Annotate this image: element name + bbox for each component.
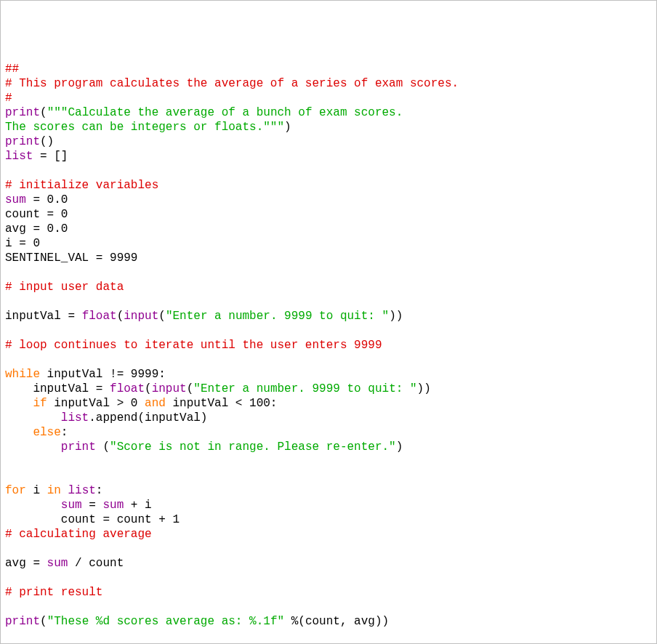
code-line: print() [5,134,652,149]
token-builtin: sum [5,193,26,206]
code-line [5,571,652,585]
token-builtin: sum [47,557,68,570]
token-black: + i [124,499,151,512]
token-comment: # print result [5,586,102,599]
code-line [5,323,652,338]
token-comment: # This program calculates the average of… [5,77,459,90]
code-line: print("""Calculate the average of a bunc… [5,105,652,120]
token-string: "Enter a number. 9999 to quit: " [166,310,389,323]
token-comment: ## [5,63,19,76]
token-black: inputVal < 100: [166,397,278,410]
token-black: SENTINEL_VAL = 9999 [5,251,137,265]
code-line [5,294,652,309]
token-builtin: input [124,310,158,323]
token-black: ( [158,310,166,323]
code-line: else: [5,425,652,440]
token-builtin: list [5,150,33,163]
indent [5,382,33,395]
code-line: # calculating average [5,527,652,542]
token-keyword: while [5,368,40,381]
code-line: # print result [5,585,652,600]
token-black: .append(inputVal) [89,411,207,424]
token-black: avg = [5,557,47,570]
token-string: """Calculate the average of a bunch of e… [47,106,403,119]
token-black: = [] [33,150,68,163]
code-line: count = 0 [5,207,652,222]
token-builtin: list [61,411,89,424]
code-line: sum = 0.0 [5,193,652,207]
code-line [5,542,652,556]
code-line [5,454,652,469]
code-line: The scores can be integers or floats."""… [5,120,652,134]
token-builtin: print [61,440,96,454]
token-black: = [82,499,103,512]
token-black: inputVal = [5,310,82,323]
code-editor: ### This program calculates the average … [5,62,652,629]
token-black: count = 0 [5,208,68,221]
code-line: sum = sum + i [5,498,652,512]
indent [5,499,61,512]
token-builtin: input [152,382,187,395]
code-line: # This program calculates the average of… [5,76,652,91]
token-builtin: sum [102,499,124,512]
token-black: / count [68,557,124,570]
code-line [5,265,652,280]
code-line: # [5,91,652,105]
indent [5,440,61,454]
token-black: inputVal > 0 [47,397,145,410]
token-black: ) [284,121,291,134]
token-black: ( [40,106,47,119]
token-builtin: print [5,106,40,119]
token-keyword: for [5,484,26,497]
token-black: ( [117,310,124,323]
token-black: count = count + 1 [61,513,180,526]
token-black: ( [40,615,47,628]
token-comment: # input user data [5,281,124,294]
code-line: count = count + 1 [5,512,652,527]
token-black: ) [396,440,403,454]
token-black: )) [417,382,431,395]
indent [5,397,33,410]
token-black: ( [187,382,194,395]
token-builtin: list [68,484,95,497]
code-line: print("These %d scores average as: %.1f"… [5,614,652,629]
code-line: # input user data [5,280,652,294]
token-string: "Enter a number. 9999 to quit: " [193,382,416,395]
code-line: avg = 0.0 [5,222,652,236]
token-comment: # calculating average [5,528,152,541]
code-line: for i in list: [5,483,652,498]
code-line: # loop continues to iterate until the us… [5,338,652,353]
code-line: print ("Score is not in range. Please re… [5,440,652,454]
code-line: SENTINEL_VAL = 9999 [5,251,652,265]
token-string: "These %d scores average as: %.1f" [47,615,284,628]
token-keyword: in [47,484,61,497]
token-keyword: else [33,426,60,439]
token-black: inputVal != 9999: [40,368,166,381]
token-black: inputVal = [33,382,110,395]
token-keyword: and [145,397,166,410]
token-black: ( [96,440,110,454]
token-comment: # initialize variables [5,179,158,192]
indent [5,513,61,526]
code-line [5,600,652,614]
token-string: "Score is not in range. Please re-enter.… [110,440,396,454]
token-black: () [40,135,54,148]
token-black: : [61,426,68,439]
code-line: inputVal = float(input("Enter a number. … [5,309,652,323]
token-comment: # [5,92,12,105]
token-string: The scores can be integers or floats.""" [5,121,284,134]
token-black: )) [389,310,403,323]
token-black: %(count, avg)) [284,615,389,628]
code-line [5,164,652,178]
code-line: while inputVal != 9999: [5,367,652,382]
token-keyword: if [33,397,47,410]
token-black: i = 0 [5,237,40,250]
indent [5,426,33,439]
code-line: ## [5,62,652,76]
token-black: : [96,484,103,497]
code-line: # initialize variables [5,178,652,193]
code-line: if inputVal > 0 and inputVal < 100: [5,396,652,411]
code-line: list = [] [5,149,652,164]
token-black: avg = 0.0 [5,222,68,236]
token-builtin: print [5,135,40,148]
